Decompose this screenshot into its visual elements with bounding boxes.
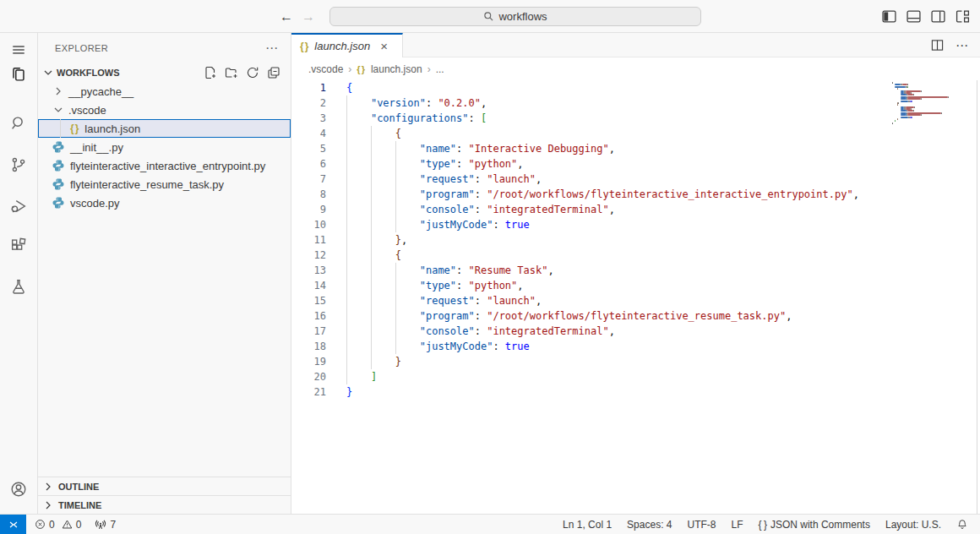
title-bar: ← → workflows (0, 0, 980, 33)
timeline-panel-header[interactable]: TIMELINE (38, 495, 291, 514)
layout-panel-icon[interactable] (906, 9, 921, 24)
encoding-setting[interactable]: UTF-8 (687, 519, 716, 531)
code-line: 15 "request": "launch", (291, 293, 980, 308)
tree-item-label: vscode.py (70, 197, 120, 210)
forward-icon[interactable]: → (301, 9, 316, 25)
tree-item-label: flyteinteractive_interactive_entrypoint.… (70, 160, 265, 172)
code-line: 11 }, (291, 232, 980, 248)
line-number: 4 (291, 126, 326, 141)
code-line: 5 "name": "Interactive Debugging", (291, 141, 980, 156)
explorer-sidebar: EXPLORER ⋯ WORKFLOWS __pycache__ .vscode… (38, 33, 291, 514)
breadcrumb-separator-icon: › (427, 63, 431, 75)
eol-setting[interactable]: LF (731, 519, 743, 531)
tree-item-pycache[interactable]: __pycache__ (38, 82, 291, 101)
collapse-all-icon[interactable] (267, 66, 280, 79)
code-line: 18 "justMyCode": true (291, 339, 980, 354)
new-folder-icon[interactable] (225, 66, 238, 79)
explorer-more-actions-icon[interactable]: ⋯ (265, 41, 279, 56)
tree-item-launch-json[interactable]: {} launch.json (38, 119, 291, 138)
tree-item-label: launch.json (84, 123, 140, 135)
editor-more-actions-icon[interactable]: ⋯ (956, 38, 968, 53)
code-line: 20 ] (291, 369, 980, 384)
chevron-right-icon (41, 480, 55, 493)
breadcrumb-symbol[interactable]: ... (436, 63, 444, 75)
source-control-icon[interactable] (0, 151, 37, 178)
keyboard-layout[interactable]: Layout: U.S. (885, 519, 941, 531)
breadcrumb-folder[interactable]: .vscode (308, 63, 343, 75)
new-file-icon[interactable] (204, 66, 217, 79)
explorer-icon[interactable] (0, 61, 37, 88)
outline-panel-header[interactable]: OUTLINE (38, 477, 291, 495)
breadcrumb-file[interactable]: launch.json (371, 63, 422, 75)
section-label: WORKFLOWS (57, 68, 120, 78)
line-number: 20 (291, 369, 326, 384)
line-number: 18 (291, 339, 326, 354)
code-line: 7 "request": "launch", (291, 172, 980, 187)
code-line: 8 "program": "/root/workflows/flyteinter… (291, 187, 980, 202)
menu-icon[interactable] (0, 36, 37, 63)
notifications-bell-icon[interactable] (956, 519, 968, 531)
remote-indicator[interactable] (0, 515, 26, 534)
language-mode[interactable]: { } JSON with Comments (759, 519, 870, 531)
layout-sidebar-left-icon[interactable] (882, 9, 896, 24)
activity-bar (0, 33, 38, 514)
line-number: 3 (291, 111, 326, 126)
close-tab-icon[interactable]: × (380, 40, 388, 52)
line-number: 10 (291, 217, 326, 232)
code-lines: 1{2 "version": "0.2.0",3 "configurations… (291, 80, 980, 400)
minimap[interactable] (892, 82, 961, 124)
problems-indicator[interactable]: 0 0 (35, 519, 81, 531)
tree-indent-guide (60, 119, 61, 138)
layout-sidebar-right-icon[interactable] (931, 9, 945, 24)
editor-group: {} launch.json × ⋯ .vscode › {} launch.j… (291, 33, 980, 514)
cursor-position[interactable]: Ln 1, Col 1 (563, 519, 612, 531)
line-number: 15 (291, 293, 326, 308)
tree-item-resume-task-py[interactable]: flyteinteractive_resume_task.py (38, 175, 291, 193)
testing-icon[interactable] (0, 273, 37, 300)
line-number: 21 (291, 384, 326, 400)
line-number: 5 (291, 141, 326, 156)
split-editor-icon[interactable] (931, 39, 944, 52)
line-number: 7 (291, 172, 326, 187)
code-editor[interactable]: 1{2 "version": "0.2.0",3 "configurations… (291, 80, 980, 514)
refresh-icon[interactable] (246, 66, 259, 79)
customize-layout-icon[interactable] (956, 9, 970, 24)
radio-tower-icon (95, 519, 106, 531)
code-line: 16 "program": "/root/workflows/flyteinte… (291, 308, 980, 324)
tree-item-init-py[interactable]: __init__.py (38, 138, 291, 156)
search-value: workflows (498, 10, 547, 23)
search-view-icon[interactable] (0, 110, 37, 137)
tree-item-entrypoint-py[interactable]: flyteinteractive_interactive_entrypoint.… (38, 156, 291, 175)
accounts-icon[interactable] (0, 476, 37, 503)
python-file-icon (52, 177, 65, 191)
ports-indicator[interactable]: 7 (95, 519, 116, 531)
tree-item-vscode-py[interactable]: vscode.py (38, 193, 291, 212)
line-number: 9 (291, 202, 326, 217)
extensions-icon[interactable] (0, 232, 37, 259)
status-bar: 0 0 7 Ln 1, Col 1 Spaces: 4 UTF-8 LF { }… (0, 514, 980, 534)
python-file-icon (52, 159, 65, 172)
code-line: 3 "configurations": [ (291, 111, 980, 126)
tab-bar: {} launch.json × ⋯ (291, 33, 980, 57)
code-line: 12 { (291, 248, 980, 263)
line-number: 2 (291, 95, 326, 111)
chevron-right-icon (41, 499, 55, 512)
panel-label: OUTLINE (58, 482, 99, 492)
panel-label: TIMELINE (58, 500, 101, 510)
chevron-right-icon (52, 84, 65, 98)
tree-item-vscode-folder[interactable]: .vscode (38, 101, 291, 119)
tree-item-label: .vscode (68, 104, 106, 117)
indentation-setting[interactable]: Spaces: 4 (627, 519, 672, 531)
code-line: 10 "justMyCode": true (291, 217, 980, 232)
command-center-search[interactable]: workflows (329, 7, 701, 26)
warning-icon (62, 519, 73, 530)
code-line: 21} (291, 384, 980, 400)
json-file-icon: {} (300, 41, 309, 52)
run-debug-icon[interactable] (0, 193, 37, 220)
python-file-icon (52, 140, 65, 154)
tab-launch-json[interactable]: {} launch.json × (291, 33, 403, 57)
back-icon[interactable]: ← (279, 9, 294, 25)
error-count: 0 (49, 519, 55, 531)
workflows-section-header[interactable]: WORKFLOWS (38, 63, 291, 82)
line-number: 14 (291, 278, 326, 293)
